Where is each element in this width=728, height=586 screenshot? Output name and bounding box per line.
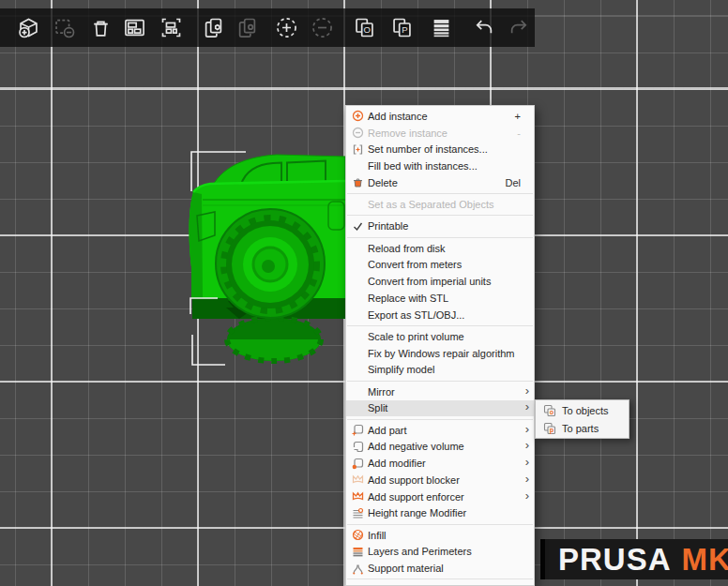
menu-item-infill[interactable]: Infill xyxy=(346,527,534,544)
menu-item-fill-bed-with-instances[interactable]: Fill bed with instances... xyxy=(346,158,534,174)
split-parts-icon: p xyxy=(541,422,558,435)
submenu-arrow-icon: › xyxy=(525,439,529,453)
split-to-parts-icon: P xyxy=(389,27,415,43)
object-context-menu: Add instance+Remove instance-Set number … xyxy=(345,105,535,586)
remove-object-button xyxy=(52,15,77,40)
menu-item-label: Add instance xyxy=(368,111,428,122)
split-objects-icon: o xyxy=(541,404,558,417)
submenu-arrow-icon: › xyxy=(525,488,529,503)
menu-item-reload-from-disk[interactable]: Reload from disk xyxy=(346,240,534,257)
layers-icon xyxy=(350,546,366,558)
add-part-icon xyxy=(350,424,366,436)
submenu-item-label: To parts xyxy=(562,423,599,434)
menu-item-label: Infill xyxy=(368,530,387,541)
menu-item-add-negative-volume[interactable]: Add negative volume› xyxy=(346,439,534,456)
remove-instance-button xyxy=(310,15,335,40)
split-to-parts-button[interactable]: P xyxy=(389,15,415,40)
bed-logo-model: MK4 xyxy=(682,542,728,578)
paste-icon xyxy=(235,27,260,43)
copy-button[interactable] xyxy=(201,15,226,40)
menu-item-shortcut: Del xyxy=(505,177,528,188)
arrange-selection-icon xyxy=(159,27,184,43)
split-to-objects-icon: O xyxy=(352,27,377,43)
variable-layer-height-icon xyxy=(429,27,454,43)
undo-button[interactable] xyxy=(471,15,496,40)
submenu-item-to-objects[interactable]: oTo objects xyxy=(536,401,629,419)
menu-item-label: Convert from meters xyxy=(368,259,462,270)
menu-item-height-range-modifier[interactable]: Height range Modifier xyxy=(346,505,534,522)
add-instance-button[interactable] xyxy=(274,15,299,40)
support-material-icon xyxy=(350,563,366,575)
menu-item-layers-and-perimeters[interactable]: Layers and Perimeters xyxy=(346,544,534,561)
menu-item-add-instance[interactable]: Add instance+ xyxy=(346,108,534,125)
menu-item-label: Height range Modifier xyxy=(368,507,466,518)
undo-icon xyxy=(471,27,496,43)
menu-item-support-material[interactable]: Support material xyxy=(346,560,534,577)
menu-separator xyxy=(347,524,533,525)
menu-item-set-number-of-instances[interactable]: Set number of instances... xyxy=(346,142,534,158)
menu-separator xyxy=(347,419,533,420)
menu-item-label: Support material xyxy=(368,563,444,574)
copy-icon xyxy=(201,27,226,43)
svg-text:O: O xyxy=(364,24,371,35)
menu-item-fix-by-windows-repair-algorithm[interactable]: Fix by Windows repair algorithm xyxy=(346,345,534,362)
menu-item-mirror[interactable]: Mirror› xyxy=(346,383,534,400)
add-instance-icon xyxy=(274,27,299,43)
height-range-icon xyxy=(350,507,366,519)
menu-item-label: Reload from disk xyxy=(368,243,446,254)
menu-item-label: Printable xyxy=(368,220,408,232)
menu-item-convert-from-meters[interactable]: Convert from meters xyxy=(346,257,534,274)
submenu-arrow-icon: › xyxy=(525,455,529,469)
menu-item-printable[interactable]: Printable xyxy=(346,218,534,235)
menu-item-scale-to-print-volume[interactable]: Scale to print volume xyxy=(346,328,534,345)
bed-logo-brand: PRUSA xyxy=(558,542,672,578)
menu-item-simplify-model[interactable]: Simplify model xyxy=(346,362,534,379)
lower-wheel xyxy=(227,318,321,361)
check-icon xyxy=(350,220,366,233)
infill-icon xyxy=(350,529,366,541)
add-modifier-icon xyxy=(350,458,366,470)
menu-item-add-support-blocker[interactable]: Add support blocker› xyxy=(346,472,534,488)
variable-layer-height-button[interactable] xyxy=(429,15,454,40)
split-to-objects-button[interactable]: O xyxy=(352,15,377,40)
front-wheel xyxy=(216,209,325,318)
menu-item-set-as-a-separated-objects: Set as a Separated Objects xyxy=(346,196,534,213)
arrange-button[interactable] xyxy=(122,15,147,40)
menu-item-export-as-stl-obj[interactable]: Export as STL/OBJ... xyxy=(346,307,534,323)
menu-separator xyxy=(347,578,533,579)
bed-logo: PRUSA MK4 xyxy=(540,539,728,579)
menu-item-label: Remove instance xyxy=(368,128,447,139)
menu-item-label: Add support blocker xyxy=(368,474,460,486)
svg-text:P: P xyxy=(402,24,407,35)
delete-all-button[interactable] xyxy=(88,15,114,40)
menu-item-replace-with-stl[interactable]: Replace with STL xyxy=(346,290,534,307)
menu-separator xyxy=(347,325,533,326)
menu-item-label: Set as a Separated Objects xyxy=(368,199,494,210)
support-enforcer-icon xyxy=(350,490,366,503)
menu-item-add-modifier[interactable]: Add modifier› xyxy=(346,455,534,472)
menu-item-add-support-enforcer[interactable]: Add support enforcer› xyxy=(346,488,534,505)
menu-item-label: Layers and Perimeters xyxy=(368,546,472,557)
split-submenu: oTo objectspTo parts xyxy=(535,399,629,439)
redo-button xyxy=(507,15,532,40)
menu-item-label: Add modifier xyxy=(368,458,426,469)
set-instances-icon xyxy=(350,143,366,156)
menu-item-remove-instance: Remove instance- xyxy=(346,125,534,142)
menu-separator xyxy=(347,193,533,194)
add-object-button[interactable] xyxy=(16,15,41,40)
menu-separator xyxy=(347,237,533,238)
submenu-item-to-parts[interactable]: pTo parts xyxy=(536,419,629,437)
menu-item-convert-from-imperial-units[interactable]: Convert from imperial units xyxy=(346,273,534,290)
menu-item-label: Simplify model xyxy=(368,364,435,375)
slicer-3d-viewport[interactable]: OP PRUSA MK4 Add instance+Remove instanc… xyxy=(0,0,728,586)
menu-separator xyxy=(347,381,533,382)
menu-item-split[interactable]: Split› xyxy=(346,400,534,417)
remove-object-icon xyxy=(52,27,77,43)
submenu-item-label: To objects xyxy=(562,405,609,416)
top-toolbar: OP xyxy=(0,8,535,47)
menu-item-delete[interactable]: DeleteDel xyxy=(346,174,534,191)
arrange-selection-button[interactable] xyxy=(159,15,184,40)
menu-item-shortcut: + xyxy=(515,111,528,122)
menu-item-add-part[interactable]: Add part› xyxy=(346,422,534,439)
submenu-arrow-icon: › xyxy=(525,472,529,486)
